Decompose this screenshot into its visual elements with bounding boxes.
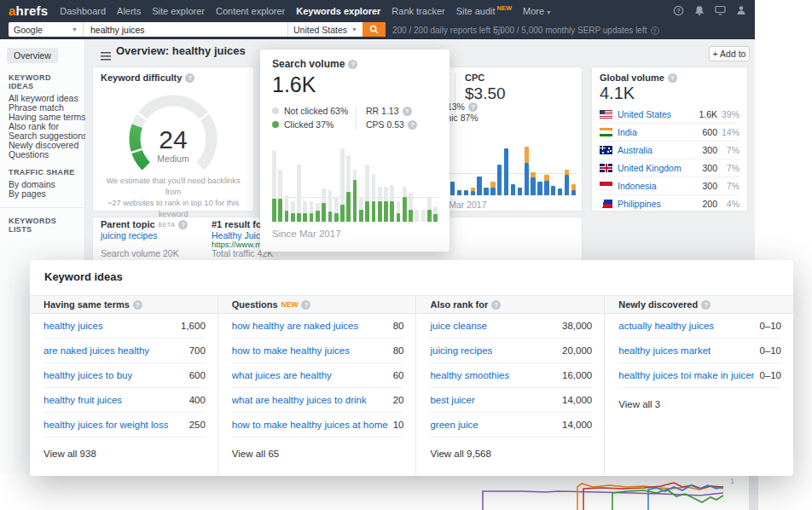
search-engine-select[interactable]: Google▼ bbox=[9, 22, 84, 37]
nav-item-keywords-explorer[interactable]: Keywords explorer bbox=[296, 6, 380, 16]
chart-bar bbox=[328, 138, 333, 222]
bar-segment bbox=[525, 147, 529, 163]
view-all-link[interactable]: View all 3 bbox=[618, 399, 781, 409]
ph-flag-icon bbox=[600, 200, 612, 208]
keyword-link[interactable]: healthy smoothies bbox=[430, 370, 509, 380]
ahrefs-logo[interactable]: ahrefs bbox=[9, 3, 48, 18]
info-icon[interactable]: ? bbox=[408, 120, 417, 130]
keyword-link[interactable]: what are healthy juices to drink bbox=[232, 395, 367, 405]
bar-segment bbox=[403, 197, 407, 222]
display-icon[interactable] bbox=[715, 5, 726, 15]
id-flag-icon bbox=[600, 182, 612, 190]
keyword-link[interactable]: how to make healthy juices at home bbox=[232, 420, 388, 430]
chart-bar bbox=[291, 138, 295, 222]
keyword-link[interactable]: juice cleanse bbox=[430, 321, 486, 331]
keyword-link[interactable]: healthy fruit juices bbox=[44, 395, 122, 405]
scrollbar[interactable] bbox=[749, 474, 758, 510]
info-icon[interactable]: ? bbox=[348, 60, 357, 69]
bar-segment bbox=[353, 180, 357, 222]
add-to-button[interactable]: + Add to bbox=[709, 46, 750, 61]
clicks-per-search-metric: CPS 0.53? bbox=[366, 119, 417, 130]
menu-icon[interactable] bbox=[101, 49, 111, 64]
view-all-link[interactable]: View all 9,568 bbox=[430, 449, 592, 459]
country-link[interactable]: Indonesia bbox=[618, 181, 690, 191]
country-link[interactable]: Australia bbox=[618, 145, 690, 155]
chart-bar bbox=[384, 138, 388, 222]
info-icon[interactable]: ? bbox=[651, 26, 659, 35]
keyword-link[interactable]: healthy juices market bbox=[618, 345, 710, 356]
keyword-column-newly-discovered: Newly discovered?actually healthy juices… bbox=[605, 295, 793, 476]
nav-item-content-explorer[interactable]: Content explorer bbox=[216, 6, 285, 16]
search-volume-bars bbox=[272, 138, 438, 222]
info-icon[interactable]: ? bbox=[178, 220, 188, 229]
keyword-link[interactable]: how healthy are naked juices bbox=[232, 321, 358, 331]
country-link[interactable]: United States bbox=[618, 109, 690, 119]
keyword-volume: 80 bbox=[393, 345, 404, 356]
country-select[interactable]: United States▼ bbox=[287, 22, 362, 37]
search-button[interactable] bbox=[362, 22, 386, 37]
keyword-link[interactable]: healthy juices toi make in juicer bbox=[618, 370, 754, 380]
chart-bar bbox=[537, 128, 542, 195]
nav-item-more[interactable]: More▾ bbox=[523, 6, 550, 16]
nav-item-site-explorer[interactable]: Site explorer bbox=[152, 6, 205, 16]
keyword-link[interactable]: are naked juices healthy bbox=[44, 345, 149, 356]
bar-segment bbox=[544, 175, 548, 180]
keyword-link[interactable]: juicing recipes bbox=[430, 345, 492, 356]
info-icon[interactable]: ? bbox=[133, 300, 142, 310]
chart-bar bbox=[403, 138, 407, 222]
sidebar-item-by-pages[interactable]: By pages bbox=[0, 189, 84, 199]
country-link[interactable]: Philippines bbox=[618, 199, 690, 209]
bar-segment bbox=[565, 170, 569, 175]
sidebar-item-overview[interactable]: Overview bbox=[7, 48, 58, 63]
user-icon[interactable] bbox=[736, 5, 746, 15]
difficulty-band: Medium bbox=[135, 154, 212, 164]
bar-segment bbox=[558, 188, 562, 195]
country-volume: 300 bbox=[690, 163, 717, 173]
info-icon[interactable]: ? bbox=[185, 73, 194, 83]
keyword-row: how to make healthy juices at home10 bbox=[232, 413, 404, 438]
chart-bar bbox=[397, 138, 401, 222]
bar-segment bbox=[511, 184, 515, 195]
info-icon[interactable]: ? bbox=[701, 300, 710, 310]
info-icon[interactable]: ? bbox=[403, 107, 412, 116]
country-link[interactable]: United Kingdom bbox=[618, 163, 690, 173]
chart-bar bbox=[340, 138, 345, 222]
info-icon[interactable]: ? bbox=[468, 102, 478, 112]
chart-bar bbox=[544, 128, 548, 195]
keyword-link[interactable]: how to make healthy juices bbox=[232, 345, 350, 356]
keyword-link[interactable]: healthy juices for weight loss bbox=[44, 420, 168, 430]
keyword-link[interactable]: what juices are healthy bbox=[232, 370, 332, 380]
keyword-link[interactable]: healthy juices to buy bbox=[44, 370, 132, 380]
sidebar-item-questions[interactable]: Questions bbox=[0, 150, 84, 159]
nav-item-site-audit[interactable]: Site auditNEW bbox=[456, 6, 512, 16]
search-input[interactable]: healthy juices bbox=[84, 22, 287, 37]
nav-item-dashboard[interactable]: Dashboard bbox=[60, 6, 106, 16]
bell-icon[interactable] bbox=[694, 5, 705, 16]
keyword-link[interactable]: green juice bbox=[430, 420, 478, 430]
info-icon[interactable]: ? bbox=[668, 73, 677, 83]
nav-item-rank-tracker[interactable]: Rank tracker bbox=[392, 6, 444, 16]
keyword-link[interactable]: best juicer bbox=[430, 395, 474, 405]
cpc-label: CPC bbox=[465, 72, 484, 83]
keyword-column-also-rank-for: Also rank for?juice cleanse38,000juicing… bbox=[416, 295, 605, 476]
bar-segment bbox=[464, 190, 468, 195]
bar-segment bbox=[372, 201, 376, 223]
country-link[interactable]: India bbox=[618, 127, 690, 137]
bar-segment bbox=[544, 181, 548, 195]
view-all-link[interactable]: View all 938 bbox=[44, 449, 206, 459]
info-icon[interactable]: ? bbox=[301, 300, 310, 310]
sidebar-sections: KEYWORD IDEASAll keyword ideasPhrase mat… bbox=[0, 65, 84, 237]
chevron-down-icon: ▼ bbox=[72, 26, 78, 32]
sidebar-section-title: TRAFFIC SHARE bbox=[0, 159, 84, 180]
view-all-link[interactable]: View all 65 bbox=[232, 449, 404, 459]
bar-segment bbox=[490, 182, 495, 187]
keyword-link[interactable]: actually healthy juices bbox=[618, 321, 714, 331]
nav-item-alerts[interactable]: Alerts bbox=[117, 6, 141, 16]
help-icon[interactable]: ? bbox=[673, 5, 684, 16]
country-volume: 200 bbox=[690, 199, 717, 209]
keyword-volume: 38,000 bbox=[562, 321, 592, 331]
bar-segment bbox=[497, 165, 502, 195]
info-icon[interactable]: ? bbox=[491, 300, 501, 310]
parent-topic-keyword-link[interactable]: juicing recipes bbox=[101, 230, 158, 241]
keyword-link[interactable]: healthy juices bbox=[44, 321, 103, 331]
